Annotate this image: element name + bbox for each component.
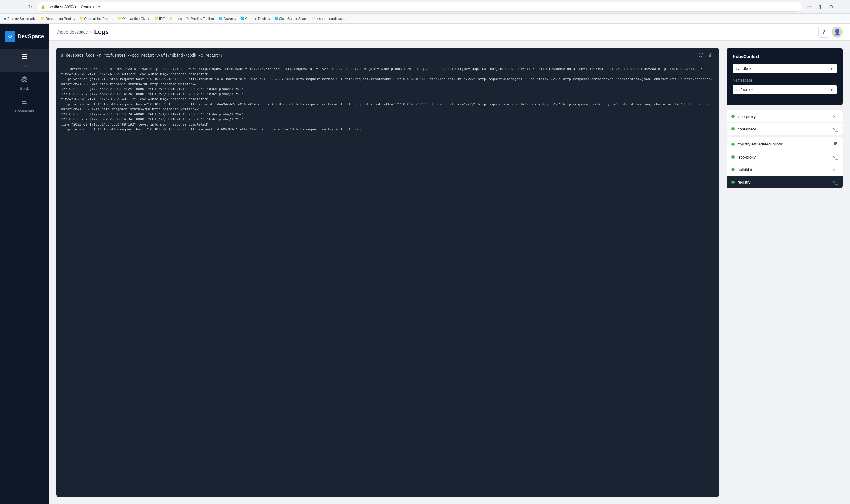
- bookmark-chrome[interactable]: 🌐 Chrome Devices: [239, 16, 271, 21]
- user-avatar[interactable]: 👤: [832, 26, 843, 38]
- svg-rect-4: [22, 100, 27, 101]
- bookmark-grammy[interactable]: 🌐 Grammy: [217, 16, 237, 21]
- svg-rect-8: [833, 143, 837, 144]
- app-container: DevSpace Logs Stack: [0, 23, 850, 504]
- terminal-command: devspace logs -n rcifuentes --pod regist…: [66, 53, 695, 57]
- sidebar-item-commands[interactable]: Commands: [0, 94, 49, 117]
- context-select-wrapper: sandboxproductionstaging ▼: [733, 64, 836, 73]
- container-item-registry[interactable]: registry >_: [727, 176, 843, 188]
- bookmark-prodigy[interactable]: ★ Prodigy Bookmarks: [2, 16, 38, 21]
- bookmark-onboarding-phoe[interactable]: 📁 Onboarding Phoe...: [78, 16, 114, 21]
- avatar-icon: 👤: [833, 29, 841, 36]
- bookmark-star[interactable]: ☆: [805, 2, 813, 11]
- browser-chrome: ← → ↻ 🔒 localhost:8090/logs/containers ☆…: [0, 0, 850, 23]
- bookmark-toolbox[interactable]: 🔧 Prodigy Toolbox: [185, 16, 216, 21]
- container-name: istio-proxy: [738, 114, 830, 119]
- breadcrumb-separator: ›: [90, 30, 92, 35]
- expand-icon: [699, 53, 703, 58]
- expand-button[interactable]: [697, 52, 705, 59]
- folder-icon-5: 📁: [169, 17, 173, 20]
- logs-icon: [21, 53, 28, 62]
- svg-rect-1: [22, 54, 27, 55]
- bookmark-onboarding-gizmo[interactable]: 📁 Onboarding Gizmo: [117, 16, 152, 21]
- help-icon: ?: [822, 29, 825, 35]
- globe-icon-3: 🌐: [275, 17, 278, 20]
- breadcrumb-parent: ./node-devspace: [56, 30, 88, 35]
- folder-icon-3: 📁: [118, 17, 121, 20]
- globe-icon: 🌐: [219, 17, 223, 20]
- right-panel: KubeContext sandboxproductionstaging ▼ N…: [727, 48, 843, 497]
- svg-rect-3: [22, 58, 27, 59]
- logs-menu-icon: [833, 141, 838, 147]
- sidebar-item-stack[interactable]: Stack: [0, 72, 49, 94]
- container-item-buildkitd[interactable]: buildkitd >_: [727, 163, 843, 176]
- doc-icon: 📄: [312, 17, 316, 20]
- commands-icon: [21, 98, 28, 107]
- svg-rect-6: [22, 103, 26, 104]
- svg-rect-5: [22, 102, 26, 102]
- kube-card-title: KubeContext: [733, 54, 836, 59]
- extensions-button[interactable]: ⚙: [827, 2, 835, 11]
- delete-button[interactable]: 🗑: [707, 52, 714, 59]
- terminal-icon-4: >_: [833, 167, 838, 172]
- help-button[interactable]: ?: [818, 26, 829, 38]
- status-indicator-6: [731, 181, 734, 184]
- terminal-icon: >_: [833, 114, 838, 119]
- svg-rect-2: [22, 56, 27, 57]
- namespace-label: Namespace: [733, 78, 836, 83]
- context-select[interactable]: sandboxproductionstaging: [733, 64, 836, 73]
- terminal-panel: $ devspace logs -n rcifuentes --pod regi…: [56, 48, 719, 497]
- terminal-icon-2: >_: [833, 126, 838, 131]
- folder-icon: 📁: [41, 17, 44, 20]
- address-bar[interactable]: 🔒 localhost:8090/logs/containers: [37, 2, 802, 12]
- logo-icon: [5, 31, 15, 42]
- context-form-group: sandboxproductionstaging ▼: [733, 64, 836, 73]
- app-logo: DevSpace: [0, 29, 49, 49]
- container-name-6: registry: [738, 180, 830, 184]
- container-item-registry-pod[interactable]: registry-6ff74dbf4d-7gbdk: [727, 138, 843, 151]
- terminal-body[interactable]: .id=455b7592-8599-44bb-a9c5-f420f617158b…: [56, 63, 719, 497]
- header-actions: ? 👤: [818, 26, 843, 38]
- terminal-icon-5: >_: [833, 180, 838, 184]
- container-name-5: buildkitd: [738, 167, 830, 172]
- sidebar: DevSpace Logs Stack: [0, 23, 49, 504]
- reload-button[interactable]: ↻: [26, 2, 34, 11]
- main-content: ./node-devspace › Logs ? 👤 $ devspace lo…: [49, 23, 850, 504]
- container-name-4: istio-proxy: [738, 155, 830, 159]
- toolbox-icon: 🔧: [186, 17, 190, 20]
- bookmark-ide[interactable]: 📁 IDE: [153, 16, 166, 21]
- terminal-prompt: $: [61, 53, 64, 58]
- menu-button[interactable]: ⋮: [838, 2, 846, 11]
- status-indicator-4: [731, 156, 734, 159]
- svg-point-0: [9, 35, 11, 37]
- namespace-select[interactable]: rcifuentesdefaultkube-system: [733, 85, 836, 94]
- container-item-istio-proxy-2[interactable]: istio-proxy >_: [727, 151, 843, 163]
- container-group-1: istio-proxy >_ container-0 >_: [727, 110, 843, 135]
- forward-button[interactable]: →: [15, 2, 23, 11]
- sidebar-item-logs-label: Logs: [20, 64, 29, 68]
- status-indicator-5: [731, 168, 734, 171]
- url-text: localhost:8090/logs/containers: [48, 4, 798, 9]
- back-button[interactable]: ←: [4, 2, 12, 11]
- containers-section: istio-proxy >_ container-0 >_: [727, 110, 843, 188]
- sidebar-item-stack-label: Stack: [20, 87, 29, 91]
- bookmark-issues[interactable]: 📄 Issues - prodigyg...: [311, 16, 346, 21]
- sidebar-item-logs[interactable]: Logs: [0, 49, 49, 72]
- bookmark-claimscreen[interactable]: 🌐 ClaimScreenSpace: [273, 16, 309, 21]
- container-item-istio-proxy-1[interactable]: istio-proxy >_: [727, 110, 843, 123]
- terminal-action-buttons: 🗑: [697, 52, 714, 59]
- status-indicator: [731, 115, 734, 118]
- stack-icon: [21, 75, 28, 85]
- bookmark-gems[interactable]: 📁 gems: [168, 16, 183, 21]
- breadcrumb: ./node-devspace › Logs: [56, 29, 109, 35]
- status-indicator-3: [731, 143, 734, 146]
- container-name-3: registry-6ff74dbf4d-7gbdk: [738, 142, 830, 146]
- breadcrumb-current: Logs: [94, 29, 109, 35]
- container-item-container-0[interactable]: container-0 >_: [727, 123, 843, 135]
- svg-rect-7: [833, 142, 837, 143]
- share-button[interactable]: ⬆: [816, 2, 824, 11]
- folder-icon-2: 📁: [79, 17, 83, 20]
- folder-icon-4: 📁: [155, 17, 158, 20]
- namespace-select-wrapper: rcifuentesdefaultkube-system ▼: [733, 85, 836, 94]
- bookmark-onboarding-prodigy[interactable]: 📁 Onboarding Prodigy: [39, 16, 76, 21]
